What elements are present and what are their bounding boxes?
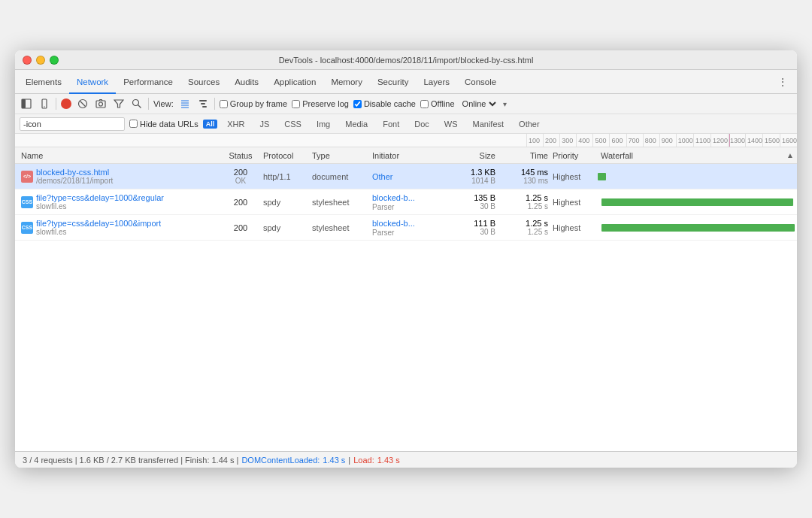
- row-initiator: blocked-b... Parser: [372, 193, 447, 211]
- ruler-mark-100: 100 ms: [526, 134, 543, 147]
- more-tabs-icon[interactable]: ⋮: [771, 76, 794, 88]
- table-row[interactable]: CSS file?type=css&delay=1000&regular slo…: [15, 189, 797, 215]
- col-header-status[interactable]: Status: [218, 151, 263, 160]
- svg-marker-8: [114, 100, 123, 108]
- toolbar-divider-3: [214, 98, 215, 110]
- tab-memory[interactable]: Memory: [323, 70, 370, 94]
- table-header: Name Status Protocol Type Initiator Size…: [15, 147, 797, 164]
- row-name-cell: CSS file?type=css&delay=1000&import slow…: [15, 219, 218, 236]
- col-header-waterfall[interactable]: Waterfall ▲: [598, 151, 797, 160]
- preserve-log-checkbox[interactable]: Preserve log: [292, 99, 349, 108]
- throttle-chevron[interactable]: ▾: [503, 100, 507, 108]
- col-header-protocol[interactable]: Protocol: [263, 151, 312, 160]
- search-button[interactable]: [130, 97, 144, 111]
- svg-point-9: [133, 100, 139, 106]
- ruler-mark-400: 400 ms: [576, 134, 592, 147]
- css-file-icon: CSS: [21, 222, 33, 234]
- row-time: 1.25 s 1.25 s: [500, 219, 553, 236]
- tab-layers[interactable]: Layers: [416, 70, 457, 94]
- filter-all-badge[interactable]: All: [203, 120, 218, 129]
- row-status: 200 OK: [218, 168, 263, 185]
- row-type: stylesheet: [312, 223, 372, 232]
- clear-button[interactable]: [76, 97, 89, 111]
- col-header-type[interactable]: Type: [312, 151, 372, 160]
- tab-performance[interactable]: Performance: [116, 70, 180, 94]
- ruler-mark-1500: 1500 ms: [762, 134, 780, 147]
- filter-input[interactable]: [20, 117, 125, 131]
- filter-font[interactable]: Font: [377, 118, 404, 130]
- waterfall-view-icon[interactable]: [196, 97, 210, 111]
- dock-icon[interactable]: [20, 97, 33, 111]
- disable-cache-checkbox[interactable]: Disable cache: [353, 99, 416, 108]
- row-protocol: spdy: [263, 198, 312, 207]
- status-bar: 3 / 4 requests | 1.6 KB / 2.7 KB transfe…: [15, 451, 797, 468]
- row-protocol: http/1.1: [263, 172, 312, 181]
- close-button[interactable]: [23, 56, 32, 65]
- timeline-marker: [729, 134, 730, 147]
- row-name-cell: CSS file?type=css&delay=1000&regular slo…: [15, 193, 218, 211]
- table-row[interactable]: CSS file?type=css&delay=1000&import slow…: [15, 215, 797, 241]
- sort-arrow-icon: ▲: [786, 151, 794, 159]
- filter-css[interactable]: CSS: [279, 118, 307, 130]
- timeline-ruler: 100 ms 200 ms 300 ms 400 ms 500 ms 600 m…: [15, 134, 797, 147]
- list-view-icon[interactable]: [178, 97, 192, 111]
- col-header-initiator[interactable]: Initiator: [372, 151, 447, 160]
- tab-sources[interactable]: Sources: [180, 70, 227, 94]
- filter-other[interactable]: Other: [514, 118, 545, 130]
- offline-checkbox[interactable]: Offline: [420, 99, 455, 108]
- row-priority: Highest: [553, 198, 598, 207]
- ruler-mark-600: 600 ms: [609, 134, 626, 147]
- tab-application[interactable]: Application: [266, 70, 323, 94]
- ruler-mark-700: 700 ms: [626, 134, 643, 147]
- status-load-value: 1.43 s: [377, 456, 400, 465]
- ruler-mark-1100: 1100 ms: [693, 134, 710, 147]
- maximize-button[interactable]: [50, 56, 59, 65]
- filter-xhr[interactable]: XHR: [222, 118, 250, 130]
- filter-js[interactable]: JS: [254, 118, 274, 130]
- tab-network[interactable]: Network: [69, 70, 116, 94]
- minimize-button[interactable]: [36, 56, 45, 65]
- hide-data-urls-checkbox[interactable]: Hide data URLs: [129, 120, 198, 129]
- record-button[interactable]: [61, 98, 71, 109]
- row-type: document: [312, 172, 372, 181]
- col-header-time[interactable]: Time: [500, 151, 553, 160]
- filter-media[interactable]: Media: [340, 118, 373, 130]
- svg-line-10: [138, 105, 141, 108]
- throttle-select[interactable]: Online: [459, 98, 498, 109]
- camera-button[interactable]: [94, 97, 108, 111]
- status-load-label: Load:: [353, 456, 374, 465]
- table-row[interactable]: </> blocked-by-css.html /demos/2018/11/i…: [15, 164, 797, 189]
- filter-img[interactable]: Img: [311, 118, 335, 130]
- devtools-window: DevTools - localhost:4000/demos/2018/11/…: [15, 50, 797, 468]
- waterfall-bar: [601, 198, 792, 206]
- filter-manifest[interactable]: Manifest: [468, 118, 510, 130]
- status-requests-info: 3 / 4 requests | 1.6 KB / 2.7 KB transfe…: [23, 456, 238, 465]
- svg-rect-15: [199, 100, 207, 101]
- row-protocol: spdy: [263, 223, 312, 232]
- tab-elements[interactable]: Elements: [18, 70, 69, 94]
- status-separator: |: [348, 456, 350, 465]
- row-initiator: Other: [372, 172, 447, 181]
- svg-rect-6: [96, 101, 105, 108]
- col-header-size[interactable]: Size: [447, 151, 500, 160]
- css-file-icon: CSS: [21, 196, 33, 208]
- row-size: 111 B 30 B: [447, 219, 500, 236]
- mobile-icon[interactable]: [38, 97, 51, 111]
- title-bar: DevTools - localhost:4000/demos/2018/11/…: [15, 50, 797, 70]
- ruler-mark-200: 200 ms: [543, 134, 559, 147]
- filter-ws[interactable]: WS: [439, 118, 463, 130]
- ruler-mark-1200: 1200 ms: [710, 134, 728, 147]
- group-by-frame-checkbox[interactable]: Group by frame: [220, 99, 287, 108]
- tab-security[interactable]: Security: [370, 70, 417, 94]
- row-name-cell: </> blocked-by-css.html /demos/2018/11/i…: [15, 168, 218, 185]
- filter-button[interactable]: [112, 97, 126, 111]
- ruler-mark-1000: 1000 ms: [676, 134, 693, 147]
- tab-console[interactable]: Console: [457, 70, 504, 94]
- svg-point-7: [99, 102, 103, 106]
- filter-doc[interactable]: Doc: [409, 118, 435, 130]
- tab-audits[interactable]: Audits: [227, 70, 266, 94]
- row-waterfall: [598, 189, 797, 215]
- ruler-mark-1400: 1400 ms: [745, 134, 762, 147]
- col-header-name[interactable]: Name: [15, 151, 218, 160]
- col-header-priority[interactable]: Priority: [553, 151, 598, 160]
